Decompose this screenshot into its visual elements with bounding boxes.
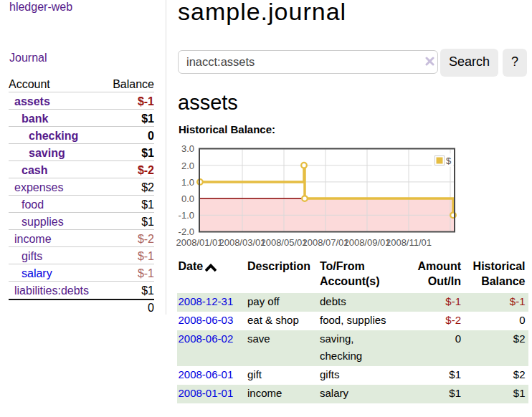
- svg-text:2008/05/01: 2008/05/01: [260, 237, 307, 248]
- svg-text:2008/03/01: 2008/03/01: [219, 237, 265, 248]
- svg-text:-2.0: -2.0: [179, 226, 194, 237]
- svg-text:3.0: 3.0: [181, 143, 194, 154]
- svg-text:-1.0: -1.0: [179, 210, 194, 221]
- svg-text:2008/11/01: 2008/11/01: [386, 237, 432, 248]
- svg-text:2.0: 2.0: [181, 160, 194, 171]
- svg-text:0.0: 0.0: [181, 193, 194, 204]
- svg-text:2008/01/01: 2008/01/01: [176, 237, 223, 248]
- svg-text:1.0: 1.0: [181, 177, 194, 188]
- svg-text:2008/07/01: 2008/07/01: [302, 237, 348, 248]
- svg-text:$: $: [446, 155, 452, 166]
- svg-text:2008/09/01: 2008/09/01: [343, 237, 390, 248]
